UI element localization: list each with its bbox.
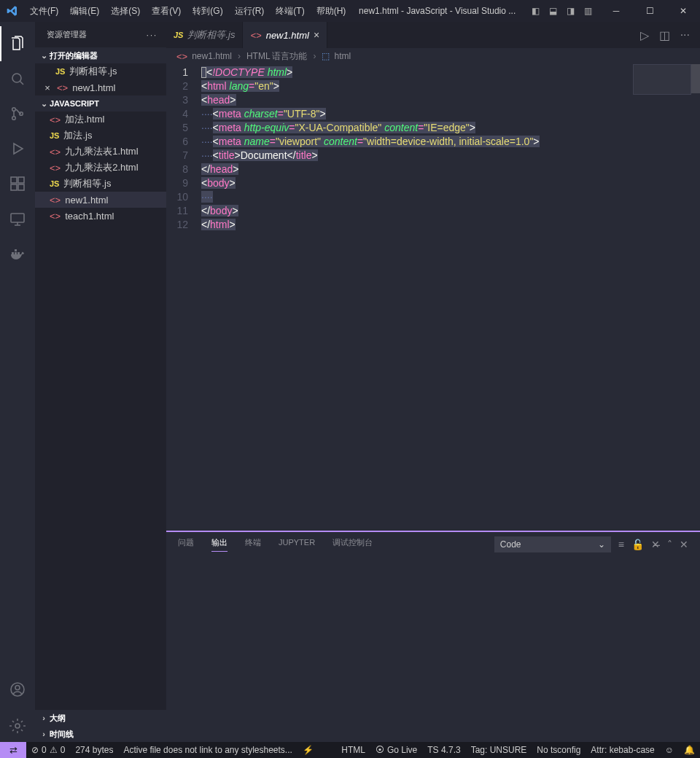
menu-bar: 文件(F) 编辑(E) 选择(S) 查看(V) 转到(G) 运行(R) 终端(T… — [25, 0, 351, 22]
editor[interactable]: 1 234 567 8910 1112 <!DOCTYPE html><html… — [166, 64, 700, 531]
activity-remote[interactable] — [0, 201, 35, 236]
status-attr[interactable]: Attr: kebab-case — [586, 745, 659, 755]
activity-search[interactable] — [0, 61, 35, 96]
file-item[interactable]: <>teach1.html — [35, 208, 166, 224]
svg-point-19 — [15, 724, 20, 728]
menu-select[interactable]: 选择(S) — [106, 0, 145, 22]
status-bell[interactable]: 🔔 — [679, 745, 700, 755]
file-item[interactable]: JS判断相等.js — [35, 176, 166, 192]
open-editors-header[interactable]: ⌄打开的编辑器 — [35, 47, 166, 63]
lock-icon[interactable]: 🔓 — [631, 539, 644, 550]
status-problems[interactable]: ⊘0 ⚠0 — [26, 745, 70, 755]
activity-settings[interactable] — [0, 710, 35, 742]
folder-header[interactable]: ⌄JAVASCRIPT — [35, 95, 166, 112]
timeline-header[interactable]: ›时间线 — [35, 726, 166, 742]
activity-extensions[interactable] — [0, 166, 35, 201]
html-icon: <> — [50, 211, 61, 222]
panel-tab-debug[interactable]: 调试控制台 — [332, 537, 373, 552]
svg-marker-5 — [14, 144, 23, 154]
status-feedback[interactable]: ☺ — [660, 745, 679, 755]
menu-view[interactable]: 查看(V) — [147, 0, 186, 22]
svg-rect-13 — [12, 252, 14, 254]
html-icon: <> — [250, 30, 261, 41]
status-tsconfig[interactable]: No tsconfig — [532, 745, 586, 755]
scrollbar[interactable] — [691, 64, 700, 531]
code-content[interactable]: <!DOCTYPE html><html lang="en"><head>···… — [201, 64, 700, 531]
activity-account[interactable] — [0, 672, 35, 707]
editor-tab[interactable]: <> new1.html × — [243, 22, 327, 48]
js-icon: JS — [50, 179, 59, 188]
remote-button[interactable]: ⇄ — [0, 742, 26, 758]
html-icon: <> — [50, 146, 61, 157]
js-icon: JS — [55, 67, 65, 76]
status-ts[interactable]: TS 4.7.3 — [422, 745, 465, 755]
panel-tab-jupyter[interactable]: JUPYTER — [279, 538, 315, 550]
close-icon[interactable]: × — [314, 29, 319, 41]
svg-rect-9 — [18, 177, 24, 183]
status-bytes[interactable]: 274 bytes — [70, 745, 118, 755]
file-item[interactable]: <>九九乘法表2.html — [35, 160, 166, 176]
file-item[interactable]: JS加法.js — [35, 128, 166, 144]
symbol-icon: ⬚ — [322, 51, 330, 61]
file-item[interactable]: <>加法.html — [35, 112, 166, 128]
activity-bar — [0, 22, 35, 742]
window-minimize[interactable]: ─ — [599, 0, 633, 22]
window-maximize[interactable]: ☐ — [633, 0, 666, 22]
layout-right-icon[interactable]: ◨ — [564, 6, 576, 16]
panel-tab-problems[interactable]: 问题 — [178, 537, 194, 552]
filter-icon[interactable]: ≡ — [618, 539, 624, 550]
menu-file[interactable]: 文件(F) — [25, 0, 63, 22]
window-title: new1.html - JavaScript - Visual Studio .… — [351, 6, 524, 16]
layout-bottom-icon[interactable]: ⬓ — [547, 6, 559, 16]
editor-tab[interactable]: JS 判断相等.js — [166, 22, 243, 48]
activity-scm[interactable] — [0, 96, 35, 131]
output-channel-select[interactable]: Code⌄ — [494, 536, 611, 552]
menu-help[interactable]: 帮助(H) — [311, 0, 351, 22]
outline-header[interactable]: ›大纲 — [35, 710, 166, 726]
run-icon[interactable]: ▷ — [640, 28, 649, 42]
svg-point-3 — [12, 117, 16, 120]
panel-tab-terminal[interactable]: 终端 — [245, 537, 261, 552]
open-editor-item[interactable]: JS 判断相等.js — [35, 63, 166, 79]
panel-tab-output[interactable]: 输出 — [211, 537, 228, 552]
js-icon: JS — [174, 31, 183, 39]
editor-tabs: JS 判断相等.js <> new1.html × ▷ ◫ ··· — [166, 22, 700, 48]
status-language[interactable]: HTML — [336, 745, 370, 755]
minimap[interactable] — [633, 64, 691, 531]
svg-rect-15 — [18, 252, 20, 254]
html-icon: <> — [57, 82, 68, 93]
panel: 问题 输出 终端 JUPYTER 调试控制台 Code⌄ ≡ 🔓 ✕̶ ˄ ✕ — [166, 531, 700, 742]
layout-left-icon[interactable]: ◧ — [529, 6, 541, 16]
chevron-up-icon[interactable]: ˄ — [667, 539, 672, 550]
activity-debug[interactable] — [0, 131, 35, 166]
sidebar-more-icon[interactable]: ··· — [147, 31, 158, 39]
clear-icon[interactable]: ✕̶ — [651, 539, 660, 550]
more-icon[interactable]: ··· — [680, 28, 690, 42]
svg-point-2 — [12, 108, 16, 112]
window-close[interactable]: ✕ — [666, 0, 700, 22]
file-item[interactable]: <>new1.html — [35, 192, 166, 208]
split-icon[interactable]: ◫ — [659, 28, 670, 42]
activity-explorer[interactable] — [0, 26, 35, 61]
menu-terminal[interactable]: 终端(T) — [271, 0, 309, 22]
output-body[interactable] — [166, 556, 700, 742]
error-icon: ⊘ — [31, 745, 39, 755]
activity-docker[interactable] — [0, 236, 35, 271]
file-item[interactable]: <>九九乘法表1.html — [35, 144, 166, 160]
open-editor-item[interactable]: × <> new1.html — [35, 79, 166, 95]
panel-close-icon[interactable]: ✕ — [680, 539, 688, 550]
status-prettier[interactable]: ⚡ — [298, 745, 319, 755]
close-icon[interactable]: × — [42, 82, 52, 93]
breadcrumb[interactable]: <>new1.html › HTML 语言功能 › ⬚ html — [166, 48, 700, 64]
menu-go[interactable]: 转到(G) — [187, 0, 228, 22]
status-golive[interactable]: ⦿Go Live — [370, 745, 422, 755]
svg-point-0 — [12, 74, 21, 82]
layout-customize-icon[interactable]: ▥ — [582, 6, 594, 16]
menu-run[interactable]: 运行(R) — [230, 0, 270, 22]
menu-edit[interactable]: 编辑(E) — [65, 0, 104, 22]
status-tag[interactable]: Tag: UNSURE — [466, 745, 532, 755]
layout-controls[interactable]: ◧ ⬓ ◨ ▥ — [524, 6, 599, 16]
status-webhint[interactable]: Active file does not link to any stylesh… — [118, 745, 297, 755]
svg-rect-10 — [11, 214, 24, 222]
broadcast-icon: ⦿ — [376, 745, 384, 755]
